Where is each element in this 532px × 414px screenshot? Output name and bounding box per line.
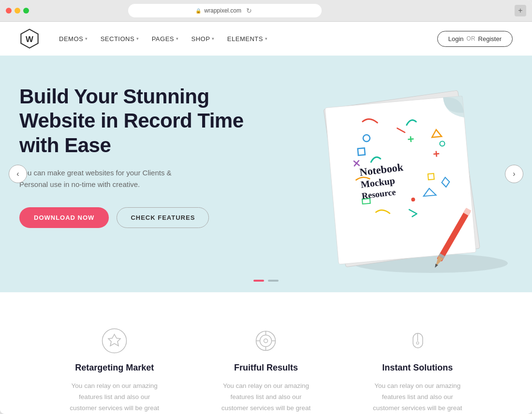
auth-button[interactable]: Login OR Register	[437, 31, 513, 47]
chevron-down-icon: ▾	[265, 36, 268, 41]
nav-auth: Login OR Register	[437, 31, 513, 47]
hero-section: ‹ › Build Your Stunning Website in Recor…	[0, 56, 532, 292]
dot-maximize[interactable]	[23, 8, 29, 14]
nav-item-demos[interactable]: DEMOS ▾	[54, 31, 93, 46]
check-features-button[interactable]: CHECK FEATURES	[117, 207, 209, 228]
svg-point-2	[353, 254, 508, 273]
svg-rect-24	[437, 209, 471, 262]
feature-item-retargeting: Retargeting Market You can relay on our …	[48, 326, 180, 414]
slider-next-button[interactable]: ›	[505, 165, 523, 183]
logo[interactable]: W	[19, 29, 40, 49]
chevron-down-icon: ▾	[176, 36, 179, 41]
svg-point-13	[440, 141, 445, 146]
feature-desc-retargeting: You can relay on our amazing features li…	[66, 381, 163, 414]
reload-icon[interactable]: ↻	[244, 6, 254, 15]
features-grid: Retargeting Market You can relay on our …	[48, 326, 484, 414]
dot-close[interactable]	[6, 8, 12, 14]
svg-rect-4	[325, 96, 476, 264]
svg-rect-25	[463, 208, 471, 215]
register-label: Register	[478, 35, 502, 43]
or-text: OR	[467, 35, 475, 42]
chevron-down-icon: ▾	[136, 36, 139, 41]
svg-marker-27	[433, 256, 443, 268]
svg-marker-5	[431, 129, 442, 137]
nav-item-pages[interactable]: PAGES ▾	[147, 31, 184, 46]
dot-minimize[interactable]	[15, 8, 20, 14]
nav-item-sections[interactable]: SECTIONS ▾	[96, 31, 144, 46]
feature-item-instant: Instant Solutions You can relay on our a…	[352, 326, 484, 414]
browser-window: 🔒 wrappixel.com ↻ + W DEMOS ▾ SECTIONS	[0, 0, 532, 414]
feature-desc-fruitful: You can relay on our amazing features li…	[218, 381, 314, 414]
svg-text:Mockup: Mockup	[360, 175, 396, 190]
hero-buttons: DOWNLOAD NOW CHECK FEATURES	[19, 207, 261, 228]
svg-text:W: W	[26, 35, 33, 44]
svg-line-14	[397, 128, 405, 133]
nav-links: DEMOS ▾ SECTIONS ▾ PAGES ▾ SHOP ▾ ELEMEN…	[54, 31, 437, 46]
url-bar[interactable]: 🔒 wrappixel.com ↻	[128, 4, 322, 17]
svg-line-20	[354, 161, 359, 166]
hero-image: Notebook Mockup Resource	[285, 60, 517, 287]
svg-line-7	[433, 154, 439, 154]
feature-desc-instant: You can relay on our amazing features li…	[369, 381, 466, 414]
notebook-svg: Notebook Mockup Resource	[285, 60, 517, 287]
chevron-down-icon: ▾	[212, 36, 215, 41]
svg-marker-18	[442, 177, 450, 187]
svg-marker-15	[423, 188, 436, 196]
svg-rect-6	[358, 148, 365, 155]
login-label: Login	[448, 35, 464, 43]
features-section: Retargeting Market You can relay on our …	[0, 292, 532, 414]
feature-item-fruitful: Fruitful Results You can relay on our am…	[200, 326, 332, 414]
slider-prev-button[interactable]: ‹	[9, 165, 27, 183]
lock-icon: 🔒	[195, 8, 201, 14]
feature-title-retargeting: Retargeting Market	[75, 363, 154, 373]
svg-point-32	[260, 335, 272, 346]
nav-item-elements[interactable]: ELEMENTS ▾	[222, 31, 273, 46]
hero-title: Build Your Stunning Website in Record Ti…	[19, 85, 261, 157]
svg-marker-28	[434, 264, 438, 269]
svg-rect-3	[324, 90, 480, 267]
instant-icon	[403, 326, 432, 355]
slider-dot-1[interactable]	[253, 280, 264, 282]
svg-text:Notebook: Notebook	[359, 161, 404, 178]
svg-line-10	[411, 136, 411, 142]
slider-dots	[253, 280, 279, 282]
new-tab-button[interactable]: +	[515, 5, 526, 16]
svg-point-29	[103, 328, 127, 353]
chevron-down-icon: ▾	[85, 36, 88, 41]
svg-text:Resource: Resource	[361, 187, 397, 200]
page-content: W DEMOS ▾ SECTIONS ▾ PAGES ▾ SHOP	[0, 22, 532, 414]
svg-rect-16	[362, 199, 370, 204]
feature-title-instant: Instant Solutions	[382, 363, 453, 373]
svg-rect-11	[428, 173, 434, 180]
hero-subtitle: You can make great websites for your Cli…	[19, 167, 174, 190]
nav-item-shop[interactable]: SHOP ▾	[186, 31, 219, 46]
svg-marker-30	[108, 334, 120, 346]
slider-dot-2[interactable]	[268, 280, 279, 282]
svg-point-12	[363, 134, 370, 142]
navbar: W DEMOS ▾ SECTIONS ▾ PAGES ▾ SHOP	[0, 22, 532, 56]
svg-point-33	[264, 339, 268, 343]
svg-line-8	[436, 151, 437, 157]
download-button[interactable]: DOWNLOAD NOW	[19, 207, 109, 228]
browser-chrome: 🔒 wrappixel.com ↻ +	[0, 0, 532, 22]
svg-point-17	[411, 198, 415, 202]
hero-content: Build Your Stunning Website in Record Ti…	[19, 85, 261, 228]
svg-line-9	[408, 139, 414, 139]
fruitful-icon	[251, 326, 281, 355]
url-text: wrappixel.com	[204, 7, 241, 14]
retargeting-icon	[100, 326, 129, 355]
svg-line-19	[354, 161, 359, 166]
browser-dots	[6, 8, 29, 14]
logo-icon: W	[19, 29, 40, 49]
svg-rect-26	[439, 253, 445, 258]
svg-point-40	[416, 342, 419, 344]
feature-title-fruitful: Fruitful Results	[234, 363, 298, 373]
